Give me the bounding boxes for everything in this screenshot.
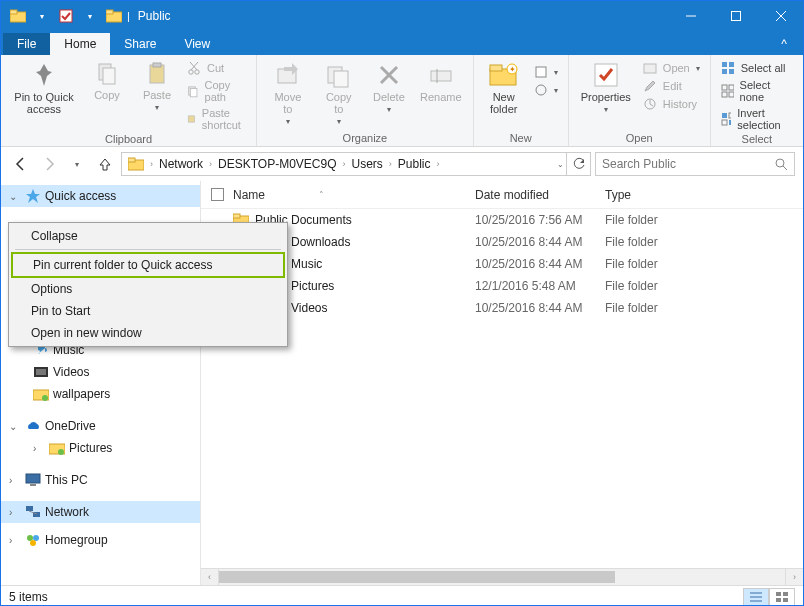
qat-dropdown-1[interactable]: ▾ [31, 5, 53, 27]
paste-shortcut-button[interactable]: Paste shortcut [183, 105, 250, 133]
svg-point-66 [33, 535, 39, 541]
chevron-right-icon[interactable]: › [435, 159, 442, 169]
svg-point-32 [536, 85, 546, 95]
column-name[interactable]: Name˄ [233, 188, 475, 202]
select-all-checkbox[interactable] [211, 188, 233, 201]
nav-back-button[interactable] [9, 152, 33, 176]
file-row[interactable]: Public Videos10/25/2016 8:44 AMFile fold… [201, 297, 803, 319]
new-folder-button[interactable]: ✦ New folder [480, 57, 528, 119]
select-none-button[interactable]: Select none [717, 77, 797, 105]
qat-newfolder-icon[interactable] [103, 5, 125, 27]
paste-button[interactable]: Paste ▾ [133, 57, 181, 116]
breadcrumb-network[interactable]: Network [155, 157, 207, 171]
sidebar-item-pictures[interactable]: › Pictures [1, 437, 200, 459]
cut-button[interactable]: Cut [183, 59, 250, 77]
chevron-right-icon[interactable]: › [387, 159, 394, 169]
svg-point-52 [776, 159, 784, 167]
refresh-button[interactable] [567, 152, 591, 176]
tab-home[interactable]: Home [50, 33, 110, 55]
sidebar-item-this-pc[interactable]: › This PC [1, 469, 200, 491]
chevron-right-icon: › [9, 475, 21, 486]
horizontal-scrollbar[interactable]: ‹ › [201, 568, 803, 585]
file-row[interactable]: Public Pictures12/1/2016 5:48 AMFile fol… [201, 275, 803, 297]
svg-rect-85 [783, 598, 788, 602]
minimize-button[interactable] [668, 1, 713, 31]
svg-point-14 [195, 70, 199, 74]
menu-separator [15, 249, 281, 250]
network-icon [25, 504, 41, 520]
sidebar-item-homegroup[interactable]: › Homegroup [1, 529, 200, 551]
group-clipboard: Pin to Quick access Copy Paste ▾ Cut Cop… [1, 55, 257, 146]
qat-folder-icon[interactable] [7, 5, 29, 27]
delete-button[interactable]: Delete▾ [365, 57, 413, 118]
status-text: 5 items [9, 590, 48, 604]
nav-recent-button[interactable]: ▾ [65, 152, 89, 176]
sidebar-item-network[interactable]: › Network [1, 501, 200, 523]
svg-rect-34 [644, 64, 656, 73]
close-button[interactable] [758, 1, 803, 31]
paste-label: Paste [143, 89, 171, 101]
svg-rect-42 [722, 85, 727, 90]
scroll-right-button[interactable]: › [785, 569, 803, 585]
tab-share[interactable]: Share [110, 33, 170, 55]
sidebar-item-quick-access[interactable]: ⌄ Quick access [1, 185, 200, 207]
breadcrumb-users[interactable]: Users [348, 157, 387, 171]
breadcrumb-root-icon[interactable] [124, 157, 148, 171]
easy-access-button[interactable]: ▾ [530, 81, 562, 99]
copy-to-button[interactable]: Copy to▾ [315, 57, 363, 130]
search-input[interactable]: Search Public [595, 152, 795, 176]
new-item-button[interactable]: ▾ [530, 63, 562, 81]
menu-item-open-new-window[interactable]: Open in new window [11, 322, 285, 344]
menu-item-pin-current-folder[interactable]: Pin current folder to Quick access [11, 252, 285, 278]
breadcrumb[interactable]: › Network › DESKTOP-M0VEC9Q › Users › Pu… [121, 152, 567, 176]
properties-button[interactable]: Properties▾ [575, 57, 637, 118]
maximize-button[interactable] [713, 1, 758, 31]
scroll-thumb[interactable] [219, 571, 615, 583]
svg-rect-48 [722, 120, 727, 125]
sidebar-item-wallpapers[interactable]: wallpapers [1, 383, 200, 405]
column-type[interactable]: Type [605, 188, 705, 202]
sidebar-item-videos[interactable]: Videos [1, 361, 200, 383]
breadcrumb-computer[interactable]: DESKTOP-M0VEC9Q [214, 157, 340, 171]
scroll-left-button[interactable]: ‹ [201, 569, 219, 585]
tab-file[interactable]: File [3, 33, 50, 55]
file-type: File folder [605, 213, 705, 227]
history-button[interactable]: History [639, 95, 704, 113]
tab-view[interactable]: View [170, 33, 224, 55]
breadcrumb-public[interactable]: Public [394, 157, 435, 171]
nav-up-button[interactable] [93, 152, 117, 176]
copy-path-button[interactable]: Copy path [183, 77, 250, 105]
breadcrumb-dropdown[interactable]: ⌄ [557, 160, 564, 169]
copy-button[interactable]: Copy [83, 57, 131, 105]
qat-properties-icon[interactable] [55, 5, 77, 27]
invert-selection-button[interactable]: Invert selection [717, 105, 797, 133]
svg-rect-84 [776, 598, 781, 602]
nav-forward-button[interactable] [37, 152, 61, 176]
open-button[interactable]: Open ▾ [639, 59, 704, 77]
rename-button[interactable]: Rename [415, 57, 467, 107]
ribbon-help-button[interactable]: ^ [773, 33, 795, 55]
file-row[interactable]: Public Documents10/25/2016 7:56 AMFile f… [201, 209, 803, 231]
chevron-right-icon[interactable]: › [341, 159, 348, 169]
menu-item-pin-to-start[interactable]: Pin to Start [11, 300, 285, 322]
pin-to-quick-access-button[interactable]: Pin to Quick access [7, 57, 81, 119]
chevron-right-icon: › [9, 535, 21, 546]
qat-dropdown-2[interactable]: ▾ [79, 5, 101, 27]
menu-item-options[interactable]: Options [11, 278, 285, 300]
chevron-right-icon[interactable]: › [148, 159, 155, 169]
group-organize: Move to▾ Copy to▾ Delete▾ Rename Organiz… [257, 55, 474, 146]
sidebar-item-onedrive[interactable]: ⌄ OneDrive [1, 415, 200, 437]
edit-button[interactable]: Edit [639, 77, 704, 95]
column-date[interactable]: Date modified [475, 188, 605, 202]
select-all-button[interactable]: Select all [717, 59, 797, 77]
move-to-button[interactable]: Move to▾ [263, 57, 312, 130]
file-row[interactable]: Public Downloads10/25/2016 8:44 AMFile f… [201, 231, 803, 253]
view-icons-button[interactable] [769, 588, 795, 606]
file-list[interactable]: Public Documents10/25/2016 7:56 AMFile f… [201, 209, 803, 568]
file-row[interactable]: Public Music10/25/2016 8:44 AMFile folde… [201, 253, 803, 275]
chevron-right-icon[interactable]: › [207, 159, 214, 169]
pin-label: Pin to Quick access [13, 91, 75, 115]
chevron-right-icon: › [33, 443, 45, 454]
menu-item-collapse[interactable]: Collapse [11, 225, 285, 247]
view-details-button[interactable] [743, 588, 769, 606]
